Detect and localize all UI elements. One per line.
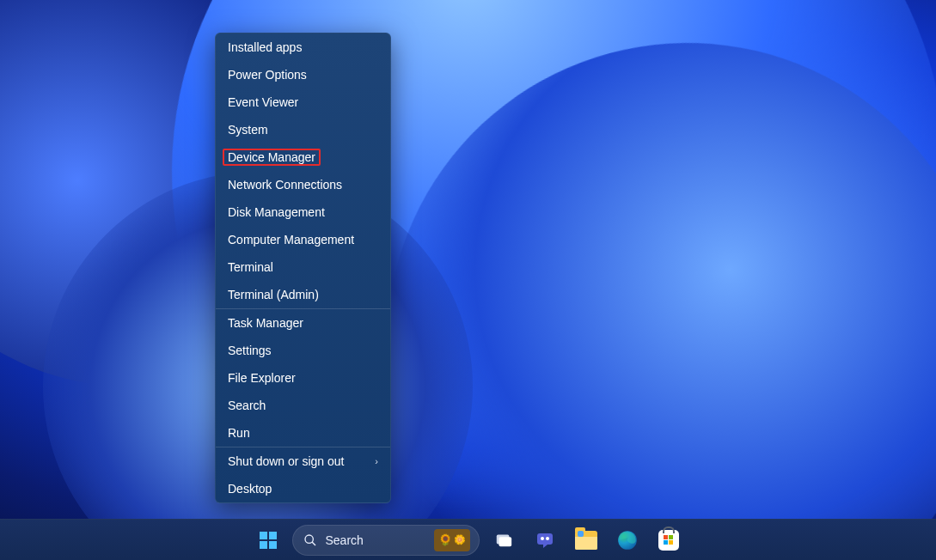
search-highlight-art: 🌻 🌼 bbox=[434, 529, 470, 551]
menu-item-label: Terminal bbox=[228, 260, 273, 274]
menu-item-label: Run bbox=[228, 426, 250, 440]
menu-item-disk-management[interactable]: Disk Management bbox=[216, 198, 390, 226]
menu-item-label: Network Connections bbox=[228, 178, 342, 192]
menu-item-search[interactable]: Search bbox=[216, 392, 390, 419]
menu-item-label: Settings bbox=[228, 344, 272, 357]
chat-icon bbox=[535, 530, 555, 551]
menu-item-installed-apps[interactable]: Installed apps bbox=[216, 33, 390, 61]
menu-item-system[interactable]: System bbox=[216, 116, 390, 143]
desktop-wallpaper bbox=[0, 0, 936, 560]
edge-browser-icon bbox=[616, 529, 639, 551]
search-icon bbox=[303, 533, 317, 547]
menu-item-label: Task Manager bbox=[228, 316, 303, 330]
menu-item-network-connections[interactable]: Network Connections bbox=[216, 171, 390, 198]
svg-rect-0 bbox=[260, 532, 267, 539]
menu-item-run[interactable]: Run bbox=[216, 419, 390, 447]
menu-item-label: Power Options bbox=[228, 68, 307, 82]
start-button[interactable] bbox=[251, 523, 285, 557]
microsoft-store-button[interactable] bbox=[652, 523, 686, 557]
file-explorer-button[interactable] bbox=[569, 523, 603, 557]
menu-item-event-viewer[interactable]: Event Viewer bbox=[216, 88, 390, 116]
svg-point-10 bbox=[546, 537, 549, 540]
menu-item-file-explorer[interactable]: File Explorer bbox=[216, 364, 390, 392]
menu-item-computer-management[interactable]: Computer Management bbox=[216, 226, 390, 253]
menu-item-label: Computer Management bbox=[228, 233, 354, 247]
edge-browser-button[interactable] bbox=[610, 523, 645, 557]
task-view-button[interactable] bbox=[486, 523, 521, 557]
svg-rect-1 bbox=[269, 532, 277, 539]
menu-item-label: Desktop bbox=[228, 482, 272, 496]
menu-item-label: Installed apps bbox=[228, 40, 302, 54]
windows-logo-icon bbox=[258, 530, 278, 551]
menu-item-task-manager[interactable]: Task Manager bbox=[216, 309, 390, 337]
chevron-right-icon: › bbox=[375, 456, 378, 466]
chat-button[interactable] bbox=[528, 523, 562, 557]
file-explorer-icon bbox=[575, 531, 597, 550]
microsoft-store-icon bbox=[658, 530, 679, 551]
menu-item-label: Terminal (Admin) bbox=[228, 288, 319, 301]
svg-rect-2 bbox=[260, 541, 267, 549]
taskbar-search-box[interactable]: Search 🌻 🌼 bbox=[292, 525, 480, 556]
menu-item-label: Shut down or sign out bbox=[228, 454, 344, 468]
menu-item-device-manager[interactable]: Device Manager bbox=[216, 143, 390, 171]
svg-rect-3 bbox=[269, 541, 277, 549]
menu-item-terminal[interactable]: Terminal bbox=[216, 253, 390, 281]
menu-item-label: Event Viewer bbox=[228, 95, 298, 109]
menu-item-desktop[interactable]: Desktop bbox=[216, 475, 390, 502]
svg-rect-7 bbox=[499, 537, 511, 546]
search-placeholder: Search bbox=[326, 533, 425, 547]
svg-point-4 bbox=[305, 535, 313, 543]
menu-item-terminal-admin[interactable]: Terminal (Admin) bbox=[216, 281, 390, 308]
menu-item-label: Search bbox=[228, 399, 266, 412]
menu-item-power-options[interactable]: Power Options bbox=[216, 61, 390, 88]
winx-context-menu[interactable]: Installed appsPower OptionsEvent ViewerS… bbox=[215, 33, 391, 503]
menu-item-label: File Explorer bbox=[228, 371, 296, 385]
taskbar: Search 🌻 🌼 bbox=[0, 519, 936, 560]
menu-item-shut-down-or-sign-out[interactable]: Shut down or sign out› bbox=[216, 447, 390, 475]
svg-point-9 bbox=[541, 537, 544, 540]
task-view-icon bbox=[494, 531, 513, 550]
svg-rect-8 bbox=[537, 533, 553, 545]
menu-item-label-highlighted: Device Manager bbox=[223, 149, 321, 166]
menu-item-settings[interactable]: Settings bbox=[216, 337, 390, 364]
svg-line-5 bbox=[312, 542, 315, 545]
menu-item-label: System bbox=[228, 123, 268, 137]
menu-item-label: Disk Management bbox=[228, 205, 325, 219]
